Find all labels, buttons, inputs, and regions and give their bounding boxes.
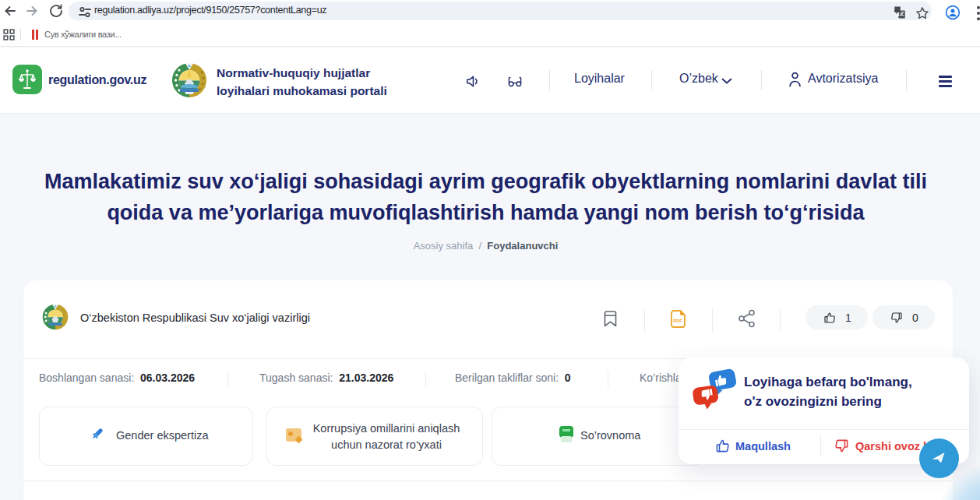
svg-text:PDF: PDF — [673, 319, 682, 323]
